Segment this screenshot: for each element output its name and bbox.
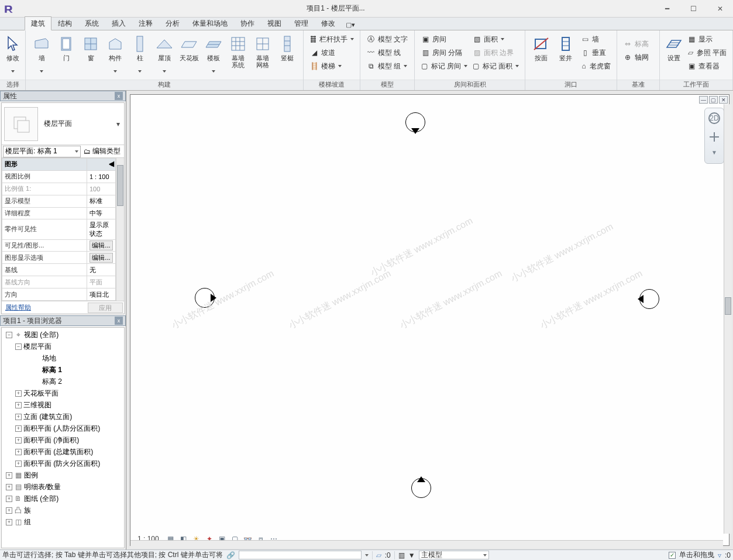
elevation-marker-east[interactable] (639, 289, 659, 309)
room-button[interactable]: ▣房间 (418, 33, 470, 46)
tab-structure[interactable]: 结构 (51, 16, 78, 30)
status-worksets-icon[interactable]: 🔗 (226, 551, 235, 559)
tab-systems[interactable]: 系统 (78, 16, 105, 30)
tab-collaborate[interactable]: 协作 (234, 16, 261, 30)
door-button[interactable]: 门 (54, 33, 78, 68)
tree-floorplan-item[interactable]: 标高 1 (2, 364, 124, 376)
ref-plane-button[interactable]: ▱参照 平面 (684, 46, 729, 59)
curtain-grid-button[interactable]: 幕墙网格 (250, 33, 275, 68)
roof-button[interactable]: 屋顶 (152, 33, 177, 73)
tree-leaf[interactable]: +凸族 (2, 504, 124, 516)
modeltext-button[interactable]: Ⓐ模型 文字 (364, 33, 411, 46)
tab-manage[interactable]: 管理 (288, 16, 315, 30)
tab-modify[interactable]: 修改 (315, 16, 342, 30)
tree-toggle-icon[interactable]: + (15, 414, 22, 420)
tree-category[interactable]: +面积平面 (人防分区面积) (2, 422, 124, 434)
window-button[interactable]: 窗 (78, 33, 103, 68)
dormer-button[interactable]: ⌂老虎窗 (578, 60, 613, 73)
tree-leaf[interactable]: +▦图例 (2, 469, 124, 481)
properties-scrollbar[interactable] (116, 158, 124, 301)
roomtag-button[interactable]: ▢标记 房间 (418, 60, 470, 73)
tree-leaf[interactable]: +▤明细表/数量 (2, 481, 124, 493)
tree-views-root[interactable]: −⌖视图 (全部) (2, 329, 124, 341)
tree-toggle-icon[interactable]: + (6, 507, 12, 514)
ceiling-button[interactable]: 天花板 (177, 33, 201, 68)
minimize-button[interactable]: ━ (654, 0, 680, 18)
tree-toggle-icon[interactable]: + (6, 484, 12, 490)
ramp-button[interactable]: ◢坡道 (307, 46, 356, 59)
view-close-icon[interactable]: ✕ (719, 96, 728, 104)
tree-category[interactable]: +面积平面 (防火分区面积) (2, 458, 124, 469)
area-button[interactable]: ▧面积 (470, 33, 521, 46)
grid-button[interactable]: ⊕轴网 (621, 51, 656, 64)
tab-insert[interactable]: 插入 (105, 16, 132, 30)
status-filter-icon[interactable]: ▼ (408, 551, 415, 559)
tree-toggle-icon[interactable]: + (15, 390, 22, 397)
shaft-button[interactable]: 竖井 (553, 33, 578, 68)
nav-dropdown-icon[interactable]: ▼ (711, 149, 717, 156)
close-button[interactable]: ✕ (707, 0, 733, 18)
tree-floorplans[interactable]: −楼层平面 (2, 341, 124, 352)
status-search-dd-icon[interactable] (365, 554, 369, 556)
tree-floorplan-item[interactable]: 标高 2 (2, 376, 124, 387)
prop-value[interactable]: 平面 (87, 276, 115, 288)
tree-leaf[interactable]: +🗎图纸 (全部) (2, 493, 124, 504)
tree-leaf[interactable]: +◫组 (2, 516, 124, 528)
column-button[interactable]: 柱 (128, 33, 152, 73)
status-filter2-icon[interactable]: ▿ (718, 551, 721, 559)
elevation-marker-west[interactable] (195, 288, 215, 308)
app-icon[interactable] (0, 0, 18, 18)
set-plane-button[interactable]: 设置 (663, 33, 684, 68)
prop-group-graphics[interactable]: 图形 (2, 159, 87, 171)
tree-toggle-icon[interactable]: + (15, 461, 22, 467)
apply-button[interactable]: 应用 (88, 303, 123, 313)
status-search[interactable] (239, 551, 362, 559)
curtain-system-button[interactable]: 幕墙系统 (226, 33, 250, 68)
tree-toggle-icon[interactable]: + (6, 519, 12, 525)
wall-button[interactable]: 墙 (29, 33, 54, 73)
tree-category[interactable]: +天花板平面 (2, 387, 124, 399)
mullion-button[interactable]: 竖梃 (275, 33, 300, 68)
component-button[interactable]: 构件 (103, 33, 128, 73)
edit-type-button[interactable]: 🗂编辑类型 (82, 146, 124, 156)
type-selector[interactable]: 楼层平面 ▾ (2, 103, 124, 145)
view-min-icon[interactable]: — (699, 96, 708, 104)
view-max-icon[interactable]: ▢ (709, 96, 718, 104)
prop-value[interactable]: 编辑... (87, 239, 115, 252)
byface-button[interactable]: 按面 (529, 33, 553, 68)
tree-category[interactable]: +面积平面 (净面积) (2, 434, 124, 446)
tree-toggle-icon[interactable]: + (15, 437, 22, 444)
maximize-button[interactable]: ☐ (680, 0, 707, 18)
prop-value[interactable]: 编辑... (87, 252, 115, 264)
prop-value[interactable]: 1 : 100 (87, 170, 115, 183)
tree-category[interactable]: +三维视图 (2, 399, 124, 411)
elevation-marker-north[interactable] (405, 112, 425, 132)
canvas-scroll-h[interactable] (130, 540, 723, 548)
properties-help-link[interactable]: 属性帮助 (3, 303, 88, 312)
areatag-button[interactable]: ▢标记 面积 (470, 60, 521, 73)
drag-checkbox[interactable] (669, 552, 676, 559)
elevation-marker-south[interactable] (411, 478, 431, 498)
view-canvas[interactable]: — ▢ ✕ 2D ▼ 小小软件迷 www.xxrjm.com 小小软件迷 www… (130, 94, 729, 546)
roomsep-button[interactable]: ▥房间 分隔 (418, 46, 470, 59)
prop-value[interactable]: 项目北 (87, 288, 115, 301)
modelgroup-button[interactable]: ⧉模型 组 (364, 60, 411, 73)
prop-value[interactable]: 100 (87, 183, 115, 195)
railing-button[interactable]: 🛤栏杆扶手 (307, 33, 356, 46)
wall-open-button[interactable]: ▭墙 (578, 33, 613, 46)
tree-toggle-icon[interactable]: + (6, 496, 12, 502)
steering-wheel-icon[interactable]: 2D (708, 112, 721, 125)
level-button[interactable]: ⇔标高 (621, 37, 656, 50)
navigation-bar[interactable]: 2D ▼ (704, 108, 724, 164)
tab-annotate[interactable]: 注释 (132, 16, 159, 30)
browser-header[interactable]: 项目1 - 项目浏览器x (0, 315, 126, 326)
tree-toggle-icon[interactable]: + (15, 449, 22, 455)
tree-toggle-icon[interactable]: + (15, 402, 22, 408)
prop-value[interactable]: 无 (87, 264, 115, 276)
tree-toggle-icon[interactable]: − (6, 332, 12, 338)
tree-toggle-icon[interactable]: − (15, 343, 22, 350)
prop-value[interactable]: 显示原状态 (87, 219, 115, 239)
prop-edit-button[interactable]: 编辑... (90, 253, 113, 263)
stair-button[interactable]: 🪜楼梯 (307, 60, 356, 73)
status-sel-icon[interactable]: ▱ (376, 551, 381, 559)
